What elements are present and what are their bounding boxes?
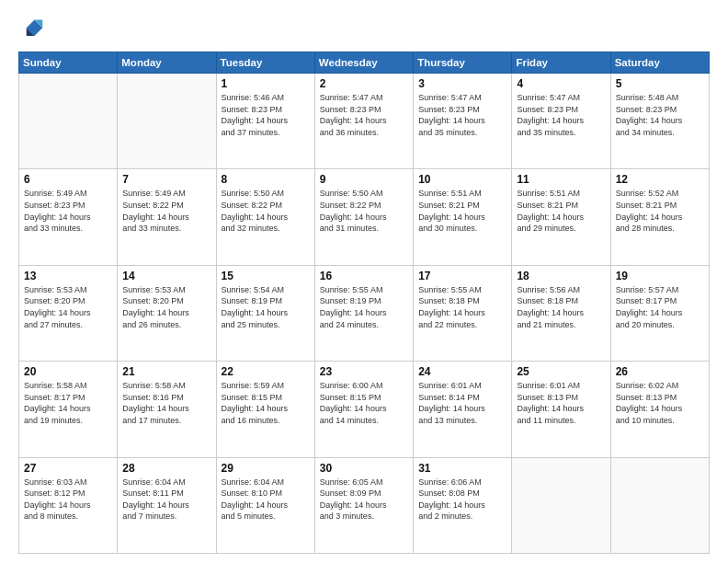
weekday-saturday: Saturday [610,52,709,74]
day-number: 26 [616,365,704,378]
week-row-5: 27Sunrise: 6:03 AM Sunset: 8:12 PM Dayli… [19,457,710,553]
day-number: 9 [320,173,408,186]
calendar-cell: 16Sunrise: 5:55 AM Sunset: 8:19 PM Dayli… [314,265,413,361]
weekday-thursday: Thursday [414,52,512,74]
day-number: 24 [418,365,506,378]
page: SundayMondayTuesdayWednesdayThursdayFrid… [0,0,728,563]
calendar: SundayMondayTuesdayWednesdayThursdayFrid… [18,52,710,554]
day-info: Sunrise: 5:47 AM Sunset: 8:23 PM Dayligh… [517,92,605,138]
calendar-cell: 10Sunrise: 5:51 AM Sunset: 8:21 PM Dayli… [414,169,512,265]
day-info: Sunrise: 5:59 AM Sunset: 8:15 PM Dayligh… [222,380,310,426]
calendar-cell: 27Sunrise: 6:03 AM Sunset: 8:12 PM Dayli… [19,457,118,553]
day-number: 11 [517,173,605,186]
calendar-cell: 8Sunrise: 5:50 AM Sunset: 8:22 PM Daylig… [216,169,314,265]
calendar-cell: 19Sunrise: 5:57 AM Sunset: 8:17 PM Dayli… [610,265,709,361]
day-number: 4 [517,77,605,90]
weekday-header-row: SundayMondayTuesdayWednesdayThursdayFrid… [19,52,710,74]
weekday-tuesday: Tuesday [216,52,314,74]
day-info: Sunrise: 5:55 AM Sunset: 8:18 PM Dayligh… [418,284,506,330]
logo-icon [18,17,44,42]
day-number: 25 [517,365,605,378]
calendar-cell: 18Sunrise: 5:56 AM Sunset: 8:18 PM Dayli… [512,265,610,361]
calendar-cell: 11Sunrise: 5:51 AM Sunset: 8:21 PM Dayli… [512,169,610,265]
calendar-cell [610,457,709,553]
day-number: 6 [24,173,112,186]
day-info: Sunrise: 6:05 AM Sunset: 8:09 PM Dayligh… [320,477,408,523]
calendar-cell: 28Sunrise: 6:04 AM Sunset: 8:11 PM Dayli… [118,457,216,553]
calendar-cell: 15Sunrise: 5:54 AM Sunset: 8:19 PM Dayli… [216,265,314,361]
calendar-cell: 22Sunrise: 5:59 AM Sunset: 8:15 PM Dayli… [216,362,314,457]
day-number: 23 [320,365,408,378]
day-info: Sunrise: 5:53 AM Sunset: 8:20 PM Dayligh… [122,284,210,330]
calendar-cell: 31Sunrise: 6:06 AM Sunset: 8:08 PM Dayli… [414,457,512,553]
day-info: Sunrise: 6:01 AM Sunset: 8:14 PM Dayligh… [418,380,506,426]
calendar-cell [118,74,216,169]
calendar-cell: 1Sunrise: 5:46 AM Sunset: 8:23 PM Daylig… [216,74,314,169]
day-number: 1 [222,77,310,90]
day-info: Sunrise: 6:06 AM Sunset: 8:08 PM Dayligh… [418,477,506,523]
day-number: 15 [222,270,310,282]
calendar-cell [512,457,610,553]
day-info: Sunrise: 5:52 AM Sunset: 8:21 PM Dayligh… [616,188,704,234]
calendar-cell: 9Sunrise: 5:50 AM Sunset: 8:22 PM Daylig… [314,169,413,265]
day-info: Sunrise: 5:46 AM Sunset: 8:23 PM Dayligh… [222,92,310,138]
weekday-wednesday: Wednesday [314,52,413,74]
day-number: 27 [24,462,112,475]
day-number: 2 [320,77,408,90]
day-number: 13 [24,270,112,282]
calendar-cell: 4Sunrise: 5:47 AM Sunset: 8:23 PM Daylig… [512,74,610,169]
calendar-cell: 25Sunrise: 6:01 AM Sunset: 8:13 PM Dayli… [512,362,610,457]
day-number: 18 [517,270,605,282]
logo [18,17,48,42]
day-info: Sunrise: 5:50 AM Sunset: 8:22 PM Dayligh… [222,188,310,234]
calendar-cell: 12Sunrise: 5:52 AM Sunset: 8:21 PM Dayli… [610,169,709,265]
week-row-2: 6Sunrise: 5:49 AM Sunset: 8:23 PM Daylig… [19,169,710,265]
day-number: 31 [418,462,506,475]
day-info: Sunrise: 5:50 AM Sunset: 8:22 PM Dayligh… [320,188,408,234]
day-number: 30 [320,462,408,475]
week-row-4: 20Sunrise: 5:58 AM Sunset: 8:17 PM Dayli… [19,362,710,457]
day-number: 16 [320,270,408,282]
day-number: 19 [616,270,704,282]
day-number: 8 [222,173,310,186]
calendar-cell: 29Sunrise: 6:04 AM Sunset: 8:10 PM Dayli… [216,457,314,553]
day-info: Sunrise: 5:51 AM Sunset: 8:21 PM Dayligh… [517,188,605,234]
day-number: 21 [122,365,210,378]
day-number: 7 [122,173,210,186]
weekday-friday: Friday [512,52,610,74]
day-info: Sunrise: 5:58 AM Sunset: 8:17 PM Dayligh… [24,380,112,426]
day-info: Sunrise: 6:01 AM Sunset: 8:13 PM Dayligh… [517,380,605,426]
week-row-1: 1Sunrise: 5:46 AM Sunset: 8:23 PM Daylig… [19,74,710,169]
calendar-cell: 23Sunrise: 6:00 AM Sunset: 8:15 PM Dayli… [314,362,413,457]
day-info: Sunrise: 5:55 AM Sunset: 8:19 PM Dayligh… [320,284,408,330]
day-number: 28 [122,462,210,475]
day-number: 20 [24,365,112,378]
day-number: 29 [222,462,310,475]
day-info: Sunrise: 6:02 AM Sunset: 8:13 PM Dayligh… [616,380,704,426]
day-number: 22 [222,365,310,378]
calendar-cell: 17Sunrise: 5:55 AM Sunset: 8:18 PM Dayli… [414,265,512,361]
calendar-cell: 5Sunrise: 5:48 AM Sunset: 8:23 PM Daylig… [610,74,709,169]
header [18,17,710,42]
day-info: Sunrise: 5:47 AM Sunset: 8:23 PM Dayligh… [320,92,408,138]
calendar-cell: 14Sunrise: 5:53 AM Sunset: 8:20 PM Dayli… [118,265,216,361]
day-number: 3 [418,77,506,90]
day-number: 14 [122,270,210,282]
weekday-sunday: Sunday [19,52,118,74]
day-info: Sunrise: 6:03 AM Sunset: 8:12 PM Dayligh… [24,477,112,523]
week-row-3: 13Sunrise: 5:53 AM Sunset: 8:20 PM Dayli… [19,265,710,361]
calendar-cell: 26Sunrise: 6:02 AM Sunset: 8:13 PM Dayli… [610,362,709,457]
day-info: Sunrise: 6:04 AM Sunset: 8:10 PM Dayligh… [222,477,310,523]
calendar-cell: 24Sunrise: 6:01 AM Sunset: 8:14 PM Dayli… [414,362,512,457]
day-info: Sunrise: 5:47 AM Sunset: 8:23 PM Dayligh… [418,92,506,138]
day-info: Sunrise: 6:04 AM Sunset: 8:11 PM Dayligh… [122,477,210,523]
calendar-cell: 3Sunrise: 5:47 AM Sunset: 8:23 PM Daylig… [414,74,512,169]
day-info: Sunrise: 5:48 AM Sunset: 8:23 PM Dayligh… [616,92,704,138]
weekday-monday: Monday [118,52,216,74]
day-info: Sunrise: 6:00 AM Sunset: 8:15 PM Dayligh… [320,380,408,426]
calendar-cell [19,74,118,169]
calendar-cell: 20Sunrise: 5:58 AM Sunset: 8:17 PM Dayli… [19,362,118,457]
day-info: Sunrise: 5:51 AM Sunset: 8:21 PM Dayligh… [418,188,506,234]
calendar-cell: 2Sunrise: 5:47 AM Sunset: 8:23 PM Daylig… [314,74,413,169]
day-info: Sunrise: 5:57 AM Sunset: 8:17 PM Dayligh… [616,284,704,330]
